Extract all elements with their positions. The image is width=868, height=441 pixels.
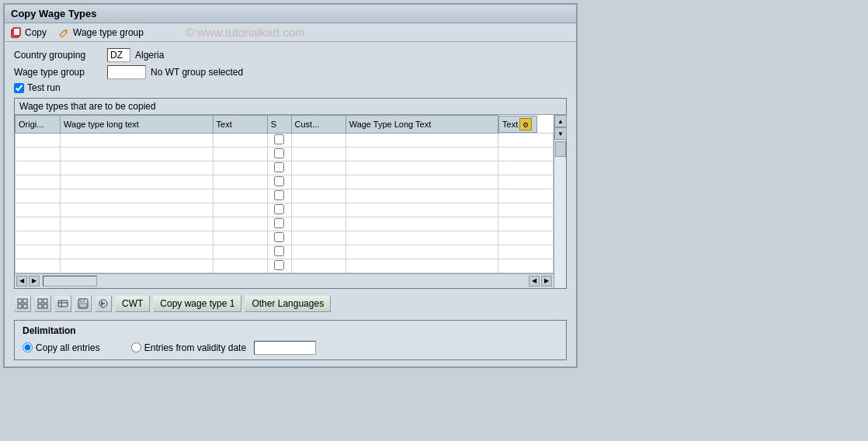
copy-wage-type-button[interactable]: Copy wage type 1 [153, 295, 241, 312]
cwt-button[interactable]: CWT [115, 295, 150, 312]
row-checkbox[interactable] [274, 176, 284, 186]
copy-label: Copy [25, 27, 47, 38]
cwt-icon-btn[interactable] [95, 295, 112, 312]
svg-rect-5 [23, 304, 27, 308]
row-checkbox[interactable] [274, 260, 284, 270]
copy-all-label: Copy all entries [36, 342, 100, 353]
copy-icon [9, 26, 22, 39]
row-checkbox[interactable] [274, 148, 284, 158]
save-button[interactable] [75, 295, 92, 312]
scroll-right2-button[interactable]: ◀ [529, 276, 540, 286]
row-checkbox[interactable] [274, 218, 284, 228]
svg-rect-2 [18, 299, 22, 303]
test-run-label: Test run [27, 82, 61, 93]
delimitation-section: Delimitation Copy all entries Entries fr… [14, 320, 567, 360]
window-title: Copy Wage Types [11, 8, 97, 19]
copy-all-radio[interactable] [23, 342, 33, 352]
table-row [16, 231, 554, 245]
table-row [16, 161, 554, 175]
scroll-track [554, 140, 566, 288]
settings-icon[interactable]: ⚙ [519, 118, 532, 130]
svg-rect-3 [23, 299, 27, 303]
test-run-row: Test run [14, 82, 567, 93]
vertical-scrollbar: ▲ ▼ [554, 115, 566, 288]
table-section-title: Wage types that are to be copied [15, 99, 566, 115]
scroll-left-button[interactable]: ◀ [16, 276, 27, 286]
svg-rect-10 [58, 300, 68, 307]
svg-rect-8 [38, 304, 42, 308]
toolbar: Copy Wage type group © www.tutorialkart.… [5, 23, 576, 42]
action-bar: CWT Copy wage type 1 Other Languages [14, 293, 567, 314]
row-checkbox[interactable] [274, 232, 284, 242]
content-area: Country grouping Algeria Wage type group… [5, 42, 576, 366]
scroll-right-button[interactable]: ▶ [29, 276, 40, 286]
table-row [16, 217, 554, 231]
country-grouping-label: Country grouping [14, 50, 107, 61]
col-header-text: Text [213, 116, 267, 134]
delimitation-title: Delimitation [23, 325, 558, 336]
scroll-down-button[interactable]: ▼ [554, 127, 567, 140]
cwt-label: CWT [122, 298, 143, 309]
row-checkbox[interactable] [274, 162, 284, 172]
svg-rect-9 [43, 304, 47, 308]
pencil-icon [57, 26, 70, 39]
other-languages-button[interactable]: Other Languages [245, 295, 331, 312]
wage-type-group-toolbar-item[interactable]: Wage type group [57, 26, 144, 39]
col-header-text2: Text ⚙ [498, 116, 537, 133]
validity-date-input[interactable] [254, 341, 316, 355]
table-row [16, 133, 554, 147]
watermark: © www.tutorialkart.com [186, 26, 305, 39]
action-btn-3[interactable] [54, 295, 71, 312]
table-wrapper: Origi... Wage type long text Text S Cust… [15, 115, 566, 288]
wage-types-table: Origi... Wage type long text Text S Cust… [15, 115, 554, 273]
scroll-up-button[interactable]: ▲ [554, 115, 567, 127]
action-btn-1[interactable] [14, 295, 31, 312]
col-header-cust: Cust... [291, 116, 345, 134]
delimitation-radio-row: Copy all entries Entries from validity d… [23, 341, 558, 355]
country-grouping-input[interactable] [107, 48, 130, 62]
wage-type-group-value: No WT group selected [151, 67, 243, 78]
table-row [16, 259, 554, 273]
wage-type-group-label: Wage type group [73, 27, 144, 38]
entries-from-label: Entries from validity date [144, 342, 246, 353]
col-header-orig: Origi... [16, 116, 61, 134]
copy-toolbar-item[interactable]: Copy [9, 26, 47, 39]
row-checkbox[interactable] [274, 190, 284, 200]
title-bar: Copy Wage Types [5, 5, 576, 23]
country-grouping-value: Algeria [135, 50, 164, 61]
col-header-longtext: Wage type long text [61, 116, 213, 134]
table-header-row: Origi... Wage type long text Text S Cust… [16, 116, 554, 134]
row-checkbox[interactable] [274, 246, 284, 256]
table-row [16, 245, 554, 259]
test-run-checkbox[interactable] [14, 83, 24, 93]
svg-rect-4 [18, 304, 22, 308]
action-btn-2[interactable] [34, 295, 51, 312]
svg-rect-14 [80, 299, 85, 302]
copy-wage-type-label: Copy wage type 1 [160, 298, 234, 309]
row-checkbox[interactable] [274, 134, 284, 144]
horiz-scroll-thumb[interactable] [43, 276, 97, 286]
other-languages-label: Other Languages [252, 298, 324, 309]
wage-type-group-label: Wage type group [14, 67, 107, 78]
table-row [16, 147, 554, 161]
table-row [16, 203, 554, 217]
svg-rect-7 [43, 299, 47, 303]
wage-types-table-section: Wage types that are to be copied Origi..… [14, 98, 567, 289]
scroll-thumb[interactable] [555, 141, 566, 157]
entries-from-radio[interactable] [131, 342, 141, 352]
table-horizontal-scrollbar: ◀ ▶ ◀ ▶ [15, 273, 554, 288]
copy-all-option: Copy all entries [23, 342, 100, 353]
svg-rect-1 [13, 28, 20, 36]
svg-rect-6 [38, 299, 42, 303]
main-window: Copy Wage Types Copy Wage type group © w… [3, 3, 578, 368]
table-row [16, 189, 554, 203]
entries-from-option: Entries from validity date [131, 341, 316, 355]
col-header-wagelongtext: Wage Type Long Text [345, 116, 498, 134]
country-grouping-row: Country grouping Algeria [14, 48, 567, 62]
table-row [16, 175, 554, 189]
wage-type-group-input[interactable] [107, 65, 146, 79]
wage-type-group-row: Wage type group No WT group selected [14, 65, 567, 79]
row-checkbox[interactable] [274, 204, 284, 214]
svg-rect-15 [79, 304, 87, 307]
scroll-right3-button[interactable]: ▶ [541, 276, 552, 286]
